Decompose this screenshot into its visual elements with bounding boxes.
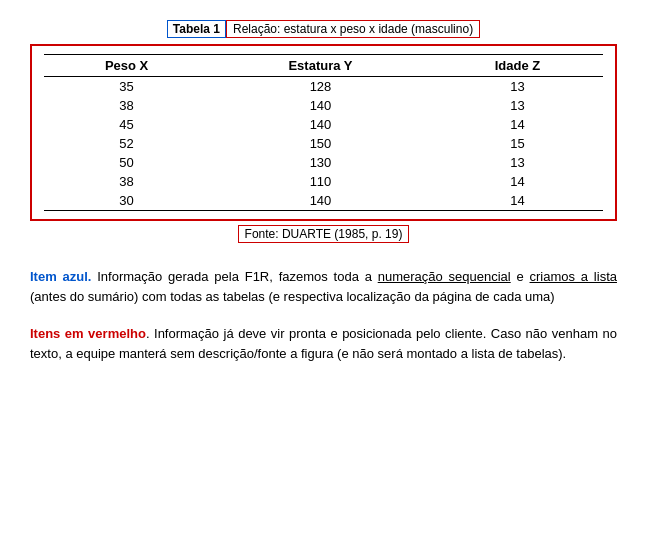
table-cell: 140 (209, 115, 432, 134)
table-label: Tabela 1 (167, 20, 226, 38)
table-row: 4514014 (44, 115, 603, 134)
table-source: Fonte: DUARTE (1985, p. 19) (238, 225, 410, 243)
col-header-idade: Idade Z (432, 55, 603, 77)
table-cell: 52 (44, 134, 209, 153)
table-wrapper: Peso X Estatura Y Idade Z 35128133814013… (30, 44, 617, 221)
paragraph-red: Itens em vermelho. Informação já deve vi… (30, 324, 617, 363)
table-cell: 13 (432, 77, 603, 97)
table-relation: Relação: estatura x peso x idade (mascul… (226, 20, 480, 38)
data-table: Peso X Estatura Y Idade Z 35128133814013… (44, 54, 603, 211)
table-row: 3014014 (44, 191, 603, 211)
item-blue-text3: (antes do sumário) com todas as tabelas … (30, 289, 555, 304)
table-row: 3512813 (44, 77, 603, 97)
table-cell: 128 (209, 77, 432, 97)
item-blue-text2: e (511, 269, 530, 284)
item-blue-text1: Informação gerada pela F1R, fazemos toda… (91, 269, 377, 284)
table-cell: 38 (44, 172, 209, 191)
table-header-row: Peso X Estatura Y Idade Z (44, 55, 603, 77)
description-section: Item azul. Informação gerada pela F1R, f… (30, 267, 617, 363)
table-container: Tabela 1 Relação: estatura x peso x idad… (30, 20, 617, 243)
table-cell: 14 (432, 115, 603, 134)
table-cell: 140 (209, 191, 432, 211)
col-header-estatura: Estatura Y (209, 55, 432, 77)
table-cell: 45 (44, 115, 209, 134)
table-cell: 15 (432, 134, 603, 153)
item-blue-label: Item azul. (30, 269, 91, 284)
table-cell: 50 (44, 153, 209, 172)
table-cell: 30 (44, 191, 209, 211)
table-cell: 130 (209, 153, 432, 172)
table-row: 3811014 (44, 172, 603, 191)
table-row: 5215015 (44, 134, 603, 153)
item-blue-link1: numeração sequencial (378, 269, 511, 284)
table-cell: 13 (432, 153, 603, 172)
table-cell: 14 (432, 191, 603, 211)
paragraph-blue: Item azul. Informação gerada pela F1R, f… (30, 267, 617, 306)
table-cell: 150 (209, 134, 432, 153)
table-cell: 110 (209, 172, 432, 191)
table-cell: 140 (209, 96, 432, 115)
item-red-label: Itens em vermelho (30, 326, 146, 341)
table-row: 5013013 (44, 153, 603, 172)
col-header-peso: Peso X (44, 55, 209, 77)
table-cell: 14 (432, 172, 603, 191)
table-cell: 38 (44, 96, 209, 115)
table-row: 3814013 (44, 96, 603, 115)
table-cell: 35 (44, 77, 209, 97)
table-title-area: Tabela 1 Relação: estatura x peso x idad… (30, 20, 617, 38)
table-cell: 13 (432, 96, 603, 115)
item-blue-link2: criamos a lista (530, 269, 617, 284)
table-source-area: Fonte: DUARTE (1985, p. 19) (30, 225, 617, 243)
